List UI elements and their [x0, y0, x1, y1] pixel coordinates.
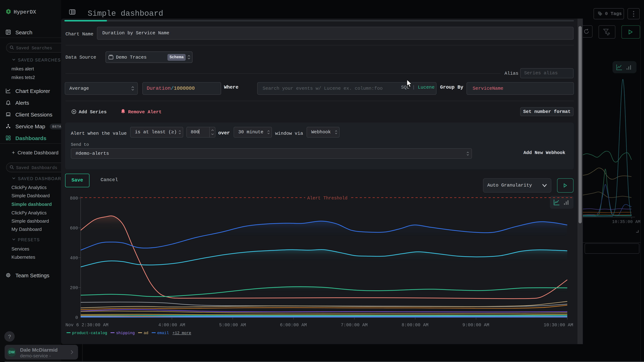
- svg-text:Nov 6 2:30:00 AM: Nov 6 2:30:00 AM: [66, 323, 108, 328]
- svg-text:600: 600: [70, 226, 78, 231]
- svg-text:10:30:00 AM: 10:30:00 AM: [544, 323, 573, 328]
- svg-text:200: 200: [70, 285, 78, 291]
- svg-text:5:00:00 AM: 5:00:00 AM: [219, 323, 246, 328]
- svg-text:6:00:00 AM: 6:00:00 AM: [280, 323, 307, 328]
- svg-text:800: 800: [70, 196, 78, 201]
- svg-text:Alert Threshold: Alert Threshold: [307, 196, 348, 201]
- svg-text:400: 400: [70, 255, 78, 261]
- svg-text:9:00:00 AM: 9:00:00 AM: [462, 323, 489, 328]
- svg-text:7:00:00 AM: 7:00:00 AM: [341, 323, 368, 328]
- svg-text:8:00:00 AM: 8:00:00 AM: [402, 323, 428, 328]
- svg-text:4:00:00 AM: 4:00:00 AM: [158, 323, 185, 328]
- svg-text:0: 0: [75, 315, 78, 320]
